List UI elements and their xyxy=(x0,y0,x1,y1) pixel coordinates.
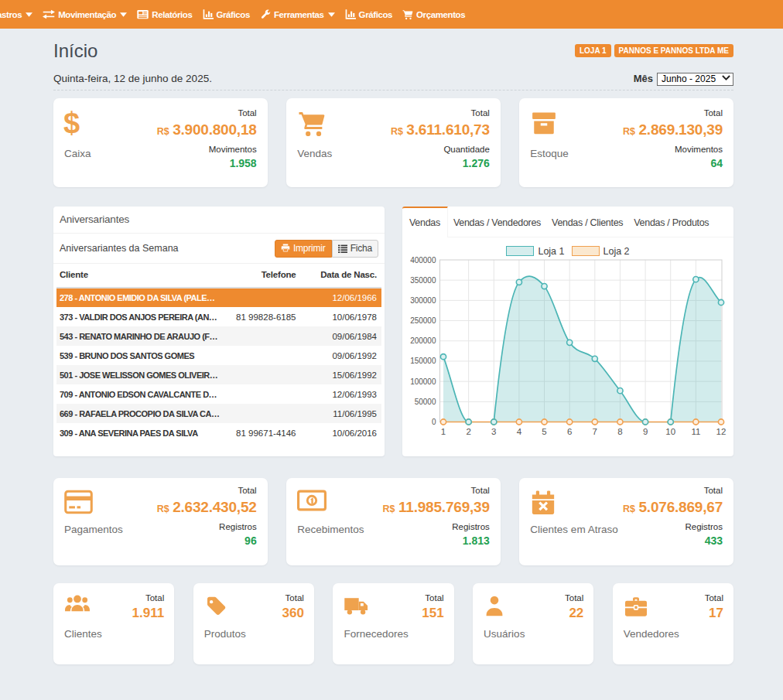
marker-loja-1 xyxy=(668,419,673,425)
total-label: Total xyxy=(391,107,490,119)
marker-loja-2 xyxy=(592,419,597,425)
birthdays-tbody: 278 - ANTONIO EMIDIO DA SILVA (PALE…12/0… xyxy=(56,288,381,442)
total-label: Total xyxy=(565,592,583,604)
card-clientes[interactable]: Total 1.911 Clientes xyxy=(53,583,174,664)
legend-swatch-loja2 xyxy=(572,246,600,256)
menu-item-ferramentas[interactable]: Ferramentas xyxy=(255,0,340,29)
marker-loja-2 xyxy=(693,419,699,425)
x-axis-label: 8 xyxy=(617,427,622,436)
menu-label: Ferramentas xyxy=(274,10,324,19)
briefcase-icon xyxy=(624,596,648,617)
marker-loja-2 xyxy=(440,419,446,425)
marker-loja-1 xyxy=(542,283,547,289)
tab-vendas[interactable]: Vendas xyxy=(402,207,448,237)
menu-item-orcamentos[interactable]: Orçamentos xyxy=(398,0,470,29)
menu-label: Orçamentos xyxy=(416,10,465,19)
y-axis-label: 250000 xyxy=(410,316,436,325)
sub-value: 96 xyxy=(157,534,257,548)
caret-down-icon xyxy=(26,12,32,17)
total-value: 11.985.769,39 xyxy=(398,499,490,515)
card-produtos[interactable]: Total 360 Produtos xyxy=(193,583,314,664)
marker-loja-1 xyxy=(567,340,573,345)
table-row[interactable]: 278 - ANTONIO EMIDIO DA SILVA (PALE…12/0… xyxy=(56,288,381,307)
store-badge[interactable]: LOJA 1 xyxy=(575,44,611,57)
table-cell: 543 - RENATO MARINHO DE ARAUJO (F… xyxy=(56,326,223,346)
ficha-button[interactable]: Ficha xyxy=(332,240,378,258)
total-value: 22 xyxy=(565,604,583,623)
menu-item-cadastros[interactable]: Cadastros xyxy=(0,0,38,29)
card-vendas[interactable]: Vendas Total R$ 3.611.610,73 Quantidade … xyxy=(286,98,501,187)
top-navbar: Cadastros Movimentação Relatórios Grá xyxy=(0,0,783,29)
card-clientes-atraso[interactable]: Clientes em Atraso Total R$ 5.076.869,67… xyxy=(519,478,733,565)
total-label: Total xyxy=(623,484,723,497)
card-label: Fornecedores xyxy=(344,628,408,640)
card-label: Clientes xyxy=(64,628,102,640)
table-row[interactable]: 373 - VALDIR DOS ANJOS PEREIRA (AN…81 99… xyxy=(56,307,381,326)
sub-value: 433 xyxy=(623,534,723,548)
card-recebimentos[interactable]: Recebimentos Total R$ 11.985.769,39 Regi… xyxy=(286,478,501,565)
table-cell: 669 - RAFAELA PROCOPIO DA SILVA CA… xyxy=(56,404,223,423)
menu-label: Gráficos xyxy=(359,10,392,19)
menu-item-graficos-2[interactable]: Gráficos xyxy=(340,0,397,29)
total-value: 151 xyxy=(422,604,443,623)
card-usuarios[interactable]: Total 22 Usuários xyxy=(473,583,593,664)
menu-item-relatorios[interactable]: Relatórios xyxy=(132,0,197,29)
total-money-line: R$ 2.632.430,52 xyxy=(157,498,257,518)
total-label: Total xyxy=(132,592,165,604)
marker-loja-1 xyxy=(718,299,723,305)
table-row[interactable]: 309 - ANA SEVERINA PAES DA SILVA81 99671… xyxy=(56,423,381,442)
calendar-times-icon xyxy=(530,490,556,516)
birthdays-buttons: Imprimir Ficha xyxy=(275,240,378,258)
month-select[interactable]: Junho - 2025 xyxy=(657,73,733,86)
birthdays-panel: Aniversariantes Aniversariantes da Seman… xyxy=(53,207,385,456)
table-cell: 15/06/1992 xyxy=(299,365,381,384)
money-bill-icon xyxy=(297,490,327,514)
tab-vendas-vendedores[interactable]: Vendas / Vendedores xyxy=(448,207,546,237)
y-axis-label: 300000 xyxy=(410,296,436,305)
table-cell: 81 99828-6185 xyxy=(223,307,299,326)
menu-item-movimentacao[interactable]: Movimentação xyxy=(38,0,132,29)
birthdays-title: Aniversariantes xyxy=(53,207,385,234)
card-vendedores[interactable]: Total 17 Vendedores xyxy=(613,583,733,664)
total-money-line: R$ 3.900.800,18 xyxy=(157,121,257,141)
table-cell xyxy=(223,288,299,307)
card-fornecedores[interactable]: Total 151 Fornecedores xyxy=(333,583,453,664)
content-header: Início LOJA 1 PANNOS E PANNOS LTDA ME Qu… xyxy=(53,29,733,90)
table-row[interactable]: 709 - ANTONIO EDSON CAVALCANTE D…12/06/1… xyxy=(56,384,381,404)
month-label: Mês xyxy=(634,73,653,84)
total-value: 2.632.430,52 xyxy=(173,499,257,515)
table-cell: 709 - ANTONIO EDSON CAVALCANTE D… xyxy=(56,384,223,404)
panels-row: Aniversariantes Aniversariantes da Seman… xyxy=(53,207,733,456)
menu-item-graficos-1[interactable]: Gráficos xyxy=(197,0,255,29)
table-row[interactable]: 539 - BRUNO DOS SANTOS GOMES09/06/1992 xyxy=(56,346,381,365)
card-pagamentos[interactable]: Pagamentos Total R$ 2.632.430,52 Registr… xyxy=(53,478,268,565)
main-menu: Cadastros Movimentação Relatórios Grá xyxy=(0,0,783,29)
card-stats: Total 360 xyxy=(282,592,304,623)
tab-vendas-produtos[interactable]: Vendas / Produtos xyxy=(628,207,714,237)
shopping-cart-icon xyxy=(297,110,327,138)
x-axis-label: 11 xyxy=(691,427,700,436)
tag-icon xyxy=(204,595,227,618)
marker-loja-1 xyxy=(642,419,648,425)
print-button[interactable]: Imprimir xyxy=(275,240,332,258)
sub-label: Quantidade xyxy=(391,143,490,155)
table-row[interactable]: 501 - JOSE WELISSON GOMES OLIVEIR…15/06/… xyxy=(56,365,381,384)
table-cell: 12/06/1993 xyxy=(299,384,381,404)
x-axis-label: 7 xyxy=(593,427,597,436)
table-cell: 10/06/1978 xyxy=(299,307,381,326)
printer-icon xyxy=(281,244,290,253)
card-stats: Total R$ 5.076.869,67 Registros 433 xyxy=(623,484,723,548)
table-row[interactable]: 669 - RAFAELA PROCOPIO DA SILVA CA…11/06… xyxy=(56,404,381,423)
table-cell: 373 - VALDIR DOS ANJOS PEREIRA (AN… xyxy=(56,307,223,326)
company-badge[interactable]: PANNOS E PANNOS LTDA ME xyxy=(614,44,733,57)
card-estoque[interactable]: Estoque Total R$ 2.869.130,39 Movimentos… xyxy=(519,98,733,187)
currency: R$ xyxy=(383,504,395,514)
table-row[interactable]: 543 - RENATO MARINHO DE ARAUJO (F…09/06/… xyxy=(56,326,381,346)
card-label: Vendedores xyxy=(624,628,679,640)
total-value: 5.076.869,67 xyxy=(638,499,723,515)
card-caixa[interactable]: $ Caixa Total R$ 3.900.800,18 Movimentos… xyxy=(53,98,268,187)
y-axis-label: 100000 xyxy=(410,377,436,386)
series-loja-1 xyxy=(443,276,721,444)
tab-vendas-clientes[interactable]: Vendas / Clientes xyxy=(546,207,628,237)
card-stats: Total R$ 2.869.130,39 Movimentos 64 xyxy=(623,107,723,170)
